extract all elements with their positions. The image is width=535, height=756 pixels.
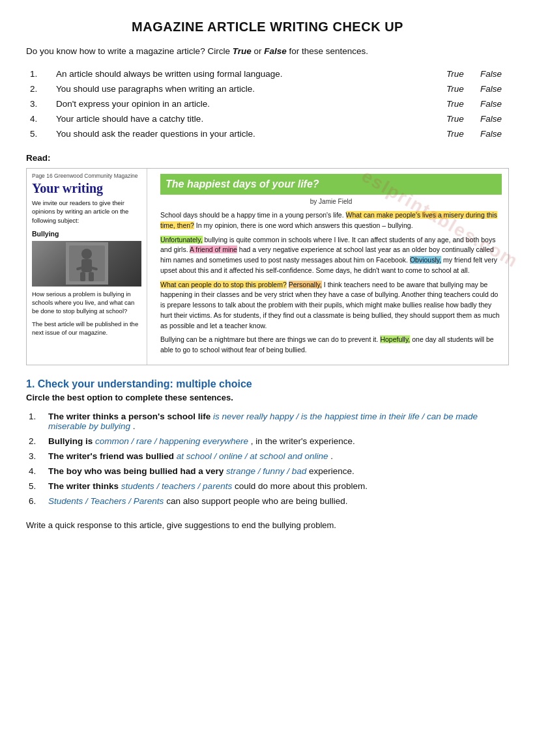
mc-before: Bullying is <box>48 436 93 446</box>
mc-num: 5. <box>26 479 46 494</box>
mc-options: Students / Teachers / Parents <box>48 496 164 506</box>
tf-statement: Your article should have a catchy title. <box>52 111 437 126</box>
tf-false: False <box>473 81 509 96</box>
tf-true: True <box>437 81 473 96</box>
mc-before: The writer thinks <box>48 481 119 491</box>
mc-options: students / teachers / parents <box>121 481 232 491</box>
svg-rect-3 <box>81 259 92 272</box>
write-response: Write a quick response to this article, … <box>26 520 509 530</box>
svg-point-2 <box>81 249 92 259</box>
mc-content: The writer thinks a person's school life… <box>46 409 509 434</box>
mc-row: 2. Bullying is common / rare / happening… <box>26 434 509 449</box>
mc-after: , in the writer's experience. <box>251 436 355 446</box>
mc-options: strange / funny / bad <box>226 466 306 476</box>
section1-subtitle: Circle the best option to complete these… <box>26 393 509 402</box>
bully-image-svg <box>66 242 108 285</box>
tf-false: False <box>473 111 509 126</box>
tf-true: True <box>437 126 473 141</box>
article-para-4: Bullying can be a nightmare but there ar… <box>160 335 502 356</box>
tf-false: False <box>473 96 509 111</box>
true-false-row: 5. You should ask the reader questions i… <box>26 126 509 141</box>
mc-content: The writer's friend was bullied at schoo… <box>46 449 509 464</box>
mc-row: 4. The boy who was being bullied had a v… <box>26 464 509 479</box>
mc-after: . <box>133 421 136 431</box>
left-panel: Page 16 Greenwood Community Magazine You… <box>27 169 147 365</box>
tf-false: False <box>473 66 509 81</box>
true-false-row: 2. You should use paragraphs when writin… <box>26 81 509 96</box>
highlight-green-2: Hopefully, <box>380 335 410 343</box>
svg-rect-7 <box>89 272 94 281</box>
right-panel: The happiest days of your life? by Jamie… <box>154 169 508 365</box>
highlight-yellow-1: What can make people's lives a misery du… <box>160 211 497 229</box>
tf-num: 5. <box>26 126 52 141</box>
mc-after: can also support people who are being bu… <box>166 496 347 506</box>
mc-content: The writer thinks students / teachers / … <box>46 479 509 494</box>
mc-row: 6. Students / Teachers / Parents can als… <box>26 494 509 509</box>
intro-text: Do you know how to write a magazine arti… <box>26 46 509 56</box>
article-para-1: School days should be a happy time in a … <box>160 210 502 231</box>
svg-rect-6 <box>80 272 85 281</box>
mc-before: The writer's friend was bullied <box>48 451 174 461</box>
bullying-question: How serious a problem is bullying in sch… <box>32 290 141 316</box>
highlight-orange-1: Personally, <box>289 281 322 288</box>
mc-after: experience. <box>309 466 354 476</box>
mc-content: The boy who was being bullied had a very… <box>46 464 509 479</box>
mc-options: at school / online / at school and onlin… <box>177 451 328 461</box>
mc-content: Bullying is common / rare / happening ev… <box>46 434 509 449</box>
article-container: Page 16 Greenwood Community Magazine You… <box>26 168 509 365</box>
true-false-table: 1. An article should always be written u… <box>26 66 509 141</box>
mc-row: 3. The writer's friend was bullied at sc… <box>26 449 509 464</box>
article-author: by Jamie Field <box>160 197 502 206</box>
mc-options: common / rare / happening everywhere <box>95 436 248 446</box>
true-false-row: 1. An article should always be written u… <box>26 66 509 81</box>
highlight-green-1: Unfortunately, <box>160 236 203 244</box>
mc-num: 3. <box>26 449 46 464</box>
page-title: MAGAZINE ARTICLE WRITING CHECK UP <box>26 20 509 35</box>
mc-before: The boy who was being bullied had a very <box>48 466 224 476</box>
your-writing-title: Your writing <box>32 181 141 195</box>
highlight-pink-1: A friend of mine <box>190 245 237 253</box>
mc-num: 4. <box>26 464 46 479</box>
highlight-yellow-2: What can people do to stop this problem? <box>160 281 287 288</box>
tf-num: 1. <box>26 66 52 81</box>
best-article-text: The best article will be published in th… <box>32 320 141 337</box>
bullying-title: Bullying <box>32 230 141 238</box>
tf-num: 3. <box>26 96 52 111</box>
mc-row: 5. The writer thinks students / teachers… <box>26 479 509 494</box>
mc-num: 2. <box>26 434 46 449</box>
highlight-blue-1: Obviously, <box>410 256 441 264</box>
tf-statement: An article should always be written usin… <box>52 66 437 81</box>
mc-after: could do more about this problem. <box>235 481 368 491</box>
mc-num: 6. <box>26 494 46 509</box>
tf-true: True <box>437 66 473 81</box>
mc-before: The writer thinks a person's school life <box>48 412 210 421</box>
tf-false: False <box>473 126 509 141</box>
tf-statement: You should use paragraphs when writing a… <box>52 81 437 96</box>
section1-title: 1. Check your understanding: multiple ch… <box>26 378 509 390</box>
tf-num: 4. <box>26 111 52 126</box>
bully-image <box>32 241 141 287</box>
article-para-3: What can people do to stop this problem?… <box>160 280 502 331</box>
tf-true: True <box>437 111 473 126</box>
mc-after: . <box>330 451 333 461</box>
tf-statement: You should ask the reader questions in y… <box>52 126 437 141</box>
magazine-header: Page 16 Greenwood Community Magazine <box>32 173 141 179</box>
tf-true: True <box>437 96 473 111</box>
true-false-row: 4. Your article should have a catchy tit… <box>26 111 509 126</box>
article-para-2: Unfortunately, bullying is quite common … <box>160 235 502 276</box>
tf-statement: Don't express your opinion in an article… <box>52 96 437 111</box>
mc-content: Students / Teachers / Parents can also s… <box>46 494 509 509</box>
multiple-choice-table: 1. The writer thinks a person's school l… <box>26 409 509 509</box>
read-label: Read: <box>26 153 509 163</box>
mc-num: 1. <box>26 409 46 434</box>
tf-num: 2. <box>26 81 52 96</box>
invite-text: We invite our readers to give their opin… <box>32 199 141 225</box>
article-title: The happiest days of your life? <box>160 174 502 195</box>
mc-row: 1. The writer thinks a person's school l… <box>26 409 509 434</box>
true-false-row: 3. Don't express your opinion in an arti… <box>26 96 509 111</box>
